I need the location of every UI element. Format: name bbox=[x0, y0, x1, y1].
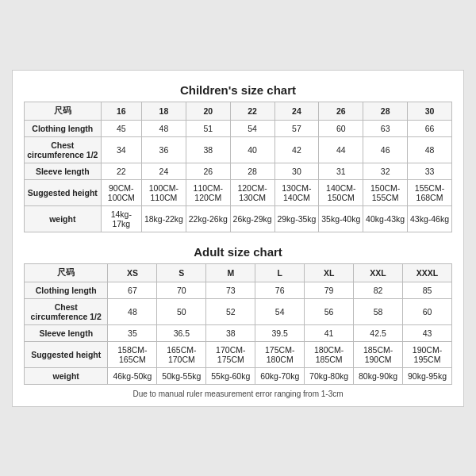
cell-value: 60 bbox=[319, 120, 363, 136]
cell-value: 54 bbox=[255, 298, 305, 324]
cell-value: 158CM-165CM bbox=[108, 341, 157, 367]
row-label: Chest circumference 1/2 bbox=[25, 298, 108, 324]
cell-value: 32 bbox=[363, 163, 408, 179]
children-table-row: Suggested height90CM-100CM100CM-110CM110… bbox=[25, 179, 452, 205]
adult-header-cell: L bbox=[255, 263, 305, 282]
cell-value: 50kg-55kg bbox=[157, 367, 206, 384]
cell-value: 130CM-140CM bbox=[274, 179, 319, 205]
row-label: Chest circumference 1/2 bbox=[25, 136, 102, 163]
cell-value: 42.5 bbox=[354, 324, 403, 341]
cell-value: 18kg-22kg bbox=[142, 205, 186, 232]
cell-value: 82 bbox=[354, 282, 403, 298]
cell-value: 46 bbox=[363, 136, 408, 163]
cell-value: 70 bbox=[157, 282, 206, 298]
adult-table-row: Sleeve length3536.53839.54142.543 bbox=[25, 324, 452, 341]
cell-value: 90kg-95kg bbox=[403, 367, 452, 384]
cell-value: 90CM-100CM bbox=[101, 179, 141, 205]
adult-header-cell: XS bbox=[108, 263, 157, 282]
cell-value: 57 bbox=[274, 120, 319, 136]
note-text: Due to manual ruler measurement error ra… bbox=[24, 390, 452, 398]
cell-value: 43 bbox=[403, 324, 452, 341]
cell-value: 44 bbox=[319, 136, 363, 163]
children-header-cell: 16 bbox=[101, 102, 141, 120]
cell-value: 100CM-110CM bbox=[142, 179, 186, 205]
cell-value: 26kg-29kg bbox=[230, 205, 274, 232]
cell-value: 38 bbox=[186, 136, 230, 163]
adult-chart-title: Adult size chart bbox=[24, 245, 452, 259]
children-header-cell: 28 bbox=[363, 102, 408, 120]
adult-table-row: Chest circumference 1/248505254565860 bbox=[25, 298, 452, 324]
children-header-cell: 22 bbox=[230, 102, 274, 120]
cell-value: 190CM-195CM bbox=[403, 341, 452, 367]
cell-value: 26 bbox=[186, 163, 230, 179]
cell-value: 33 bbox=[408, 163, 452, 179]
cell-value: 67 bbox=[108, 282, 157, 298]
cell-value: 48 bbox=[408, 136, 452, 163]
adult-header-cell: 尺码 bbox=[25, 263, 108, 282]
adult-header-cell: XXXL bbox=[403, 263, 452, 282]
cell-value: 36.5 bbox=[157, 324, 206, 341]
cell-value: 85 bbox=[403, 282, 452, 298]
cell-value: 40kg-43kg bbox=[363, 205, 408, 232]
cell-value: 41 bbox=[305, 324, 354, 341]
cell-value: 22kg-26kg bbox=[186, 205, 230, 232]
cell-value: 185CM-190CM bbox=[354, 341, 403, 367]
cell-value: 110CM-120CM bbox=[186, 179, 230, 205]
row-label: weight bbox=[25, 205, 102, 232]
cell-value: 120CM-130CM bbox=[230, 179, 274, 205]
cell-value: 79 bbox=[305, 282, 354, 298]
cell-value: 58 bbox=[354, 298, 403, 324]
cell-value: 70kg-80kg bbox=[305, 367, 354, 384]
adult-size-table: 尺码XSSMLXLXXLXXXL Clothing length67707376… bbox=[24, 263, 452, 385]
adult-header-cell: M bbox=[206, 263, 255, 282]
cell-value: 34 bbox=[101, 136, 141, 163]
cell-value: 48 bbox=[108, 298, 157, 324]
cell-value: 80kg-90kg bbox=[354, 367, 403, 384]
cell-value: 54 bbox=[230, 120, 274, 136]
row-label: Clothing length bbox=[25, 282, 108, 298]
cell-value: 50 bbox=[157, 298, 206, 324]
cell-value: 155CM-168CM bbox=[408, 179, 452, 205]
cell-value: 180CM-185CM bbox=[305, 341, 354, 367]
children-header-cell: 尺码 bbox=[25, 102, 102, 120]
cell-value: 48 bbox=[142, 120, 186, 136]
cell-value: 66 bbox=[408, 120, 452, 136]
cell-value: 35 bbox=[108, 324, 157, 341]
row-label: weight bbox=[25, 367, 108, 384]
adult-table-row: Clothing length67707376798285 bbox=[25, 282, 452, 298]
row-label: Clothing length bbox=[25, 120, 102, 136]
cell-value: 45 bbox=[101, 120, 141, 136]
cell-value: 150CM-155CM bbox=[363, 179, 408, 205]
children-header-cell: 26 bbox=[319, 102, 363, 120]
cell-value: 51 bbox=[186, 120, 230, 136]
children-table-row: Chest circumference 1/23436384042444648 bbox=[25, 136, 452, 163]
children-header-cell: 30 bbox=[408, 102, 452, 120]
adult-header-cell: XL bbox=[305, 263, 354, 282]
children-size-table: 尺码1618202224262830 Clothing length454851… bbox=[24, 102, 452, 232]
children-header-cell: 18 bbox=[142, 102, 186, 120]
adult-header-cell: S bbox=[157, 263, 206, 282]
row-label: Suggested height bbox=[25, 341, 108, 367]
children-header-cell: 24 bbox=[274, 102, 319, 120]
cell-value: 46kg-50kg bbox=[108, 367, 157, 384]
cell-value: 76 bbox=[255, 282, 305, 298]
cell-value: 29kg-35kg bbox=[274, 205, 319, 232]
row-label: Sleeve length bbox=[25, 163, 102, 179]
cell-value: 30 bbox=[274, 163, 319, 179]
cell-value: 63 bbox=[363, 120, 408, 136]
cell-value: 170CM-175CM bbox=[206, 341, 255, 367]
cell-value: 56 bbox=[305, 298, 354, 324]
cell-value: 60kg-70kg bbox=[255, 367, 305, 384]
cell-value: 52 bbox=[206, 298, 255, 324]
cell-value: 31 bbox=[319, 163, 363, 179]
row-label: Sleeve length bbox=[25, 324, 108, 341]
cell-value: 22 bbox=[101, 163, 141, 179]
cell-value: 36 bbox=[142, 136, 186, 163]
children-table-row: weight14kg-17kg18kg-22kg22kg-26kg26kg-29… bbox=[25, 205, 452, 232]
cell-value: 140CM-150CM bbox=[319, 179, 363, 205]
cell-value: 73 bbox=[206, 282, 255, 298]
children-table-row: Clothing length4548515457606366 bbox=[25, 120, 452, 136]
children-header-cell: 20 bbox=[186, 102, 230, 120]
adult-header-cell: XXL bbox=[354, 263, 403, 282]
adult-table-row: weight46kg-50kg50kg-55kg55kg-60kg60kg-70… bbox=[25, 367, 452, 384]
